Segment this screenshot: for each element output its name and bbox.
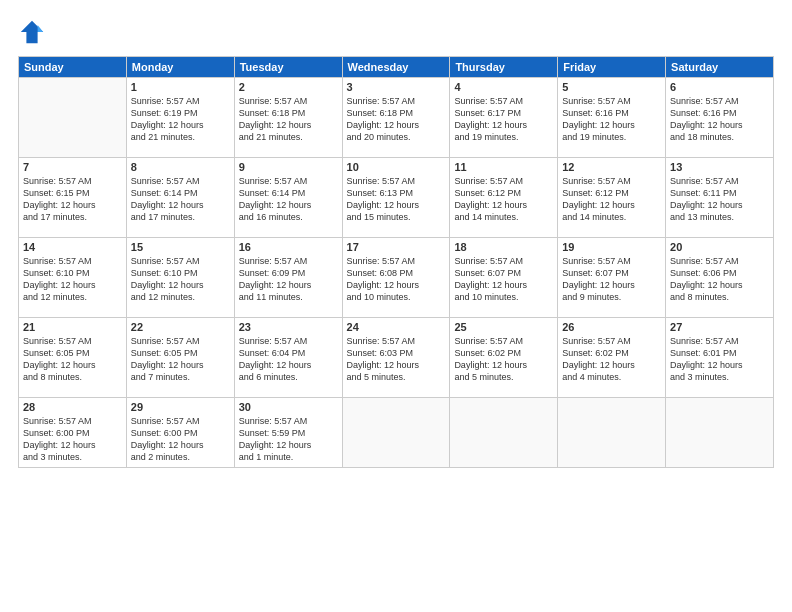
calendar-week-row: 28Sunrise: 5:57 AM Sunset: 6:00 PM Dayli… — [19, 398, 774, 468]
calendar-cell: 16Sunrise: 5:57 AM Sunset: 6:09 PM Dayli… — [234, 238, 342, 318]
calendar-cell: 5Sunrise: 5:57 AM Sunset: 6:16 PM Daylig… — [558, 78, 666, 158]
cell-info: Sunrise: 5:57 AM Sunset: 6:11 PM Dayligh… — [670, 175, 769, 224]
calendar-table: SundayMondayTuesdayWednesdayThursdayFrid… — [18, 56, 774, 468]
cell-info: Sunrise: 5:57 AM Sunset: 6:06 PM Dayligh… — [670, 255, 769, 304]
cell-info: Sunrise: 5:57 AM Sunset: 6:16 PM Dayligh… — [670, 95, 769, 144]
calendar-cell: 18Sunrise: 5:57 AM Sunset: 6:07 PM Dayli… — [450, 238, 558, 318]
calendar-cell: 9Sunrise: 5:57 AM Sunset: 6:14 PM Daylig… — [234, 158, 342, 238]
calendar-cell: 23Sunrise: 5:57 AM Sunset: 6:04 PM Dayli… — [234, 318, 342, 398]
day-number: 15 — [131, 241, 230, 253]
day-number: 27 — [670, 321, 769, 333]
cell-info: Sunrise: 5:57 AM Sunset: 6:02 PM Dayligh… — [454, 335, 553, 384]
cell-info: Sunrise: 5:57 AM Sunset: 6:18 PM Dayligh… — [239, 95, 338, 144]
cell-info: Sunrise: 5:57 AM Sunset: 6:05 PM Dayligh… — [131, 335, 230, 384]
cell-info: Sunrise: 5:57 AM Sunset: 6:02 PM Dayligh… — [562, 335, 661, 384]
cell-info: Sunrise: 5:57 AM Sunset: 6:05 PM Dayligh… — [23, 335, 122, 384]
cell-info: Sunrise: 5:57 AM Sunset: 6:07 PM Dayligh… — [454, 255, 553, 304]
col-header-monday: Monday — [126, 57, 234, 78]
day-number: 1 — [131, 81, 230, 93]
calendar-cell: 2Sunrise: 5:57 AM Sunset: 6:18 PM Daylig… — [234, 78, 342, 158]
calendar-cell: 17Sunrise: 5:57 AM Sunset: 6:08 PM Dayli… — [342, 238, 450, 318]
day-number: 22 — [131, 321, 230, 333]
day-number: 5 — [562, 81, 661, 93]
col-header-saturday: Saturday — [666, 57, 774, 78]
cell-info: Sunrise: 5:57 AM Sunset: 6:16 PM Dayligh… — [562, 95, 661, 144]
day-number: 3 — [347, 81, 446, 93]
page: SundayMondayTuesdayWednesdayThursdayFrid… — [0, 0, 792, 612]
day-number: 13 — [670, 161, 769, 173]
calendar-cell — [342, 398, 450, 468]
cell-info: Sunrise: 5:57 AM Sunset: 6:19 PM Dayligh… — [131, 95, 230, 144]
day-number: 14 — [23, 241, 122, 253]
svg-marker-1 — [38, 25, 44, 32]
day-number: 11 — [454, 161, 553, 173]
cell-info: Sunrise: 5:57 AM Sunset: 6:17 PM Dayligh… — [454, 95, 553, 144]
col-header-sunday: Sunday — [19, 57, 127, 78]
logo — [18, 18, 50, 46]
calendar-week-row: 21Sunrise: 5:57 AM Sunset: 6:05 PM Dayli… — [19, 318, 774, 398]
day-number: 18 — [454, 241, 553, 253]
calendar-cell: 10Sunrise: 5:57 AM Sunset: 6:13 PM Dayli… — [342, 158, 450, 238]
cell-info: Sunrise: 5:57 AM Sunset: 6:18 PM Dayligh… — [347, 95, 446, 144]
calendar-cell: 15Sunrise: 5:57 AM Sunset: 6:10 PM Dayli… — [126, 238, 234, 318]
day-number: 17 — [347, 241, 446, 253]
day-number: 7 — [23, 161, 122, 173]
cell-info: Sunrise: 5:57 AM Sunset: 6:12 PM Dayligh… — [454, 175, 553, 224]
col-header-wednesday: Wednesday — [342, 57, 450, 78]
day-number: 26 — [562, 321, 661, 333]
calendar-cell: 25Sunrise: 5:57 AM Sunset: 6:02 PM Dayli… — [450, 318, 558, 398]
calendar-cell — [558, 398, 666, 468]
calendar-cell: 29Sunrise: 5:57 AM Sunset: 6:00 PM Dayli… — [126, 398, 234, 468]
calendar-week-row: 7Sunrise: 5:57 AM Sunset: 6:15 PM Daylig… — [19, 158, 774, 238]
col-header-tuesday: Tuesday — [234, 57, 342, 78]
day-number: 2 — [239, 81, 338, 93]
cell-info: Sunrise: 5:57 AM Sunset: 6:03 PM Dayligh… — [347, 335, 446, 384]
day-number: 16 — [239, 241, 338, 253]
calendar-header-row: SundayMondayTuesdayWednesdayThursdayFrid… — [19, 57, 774, 78]
calendar-cell: 24Sunrise: 5:57 AM Sunset: 6:03 PM Dayli… — [342, 318, 450, 398]
cell-info: Sunrise: 5:57 AM Sunset: 6:14 PM Dayligh… — [239, 175, 338, 224]
calendar-cell: 14Sunrise: 5:57 AM Sunset: 6:10 PM Dayli… — [19, 238, 127, 318]
calendar-cell: 1Sunrise: 5:57 AM Sunset: 6:19 PM Daylig… — [126, 78, 234, 158]
cell-info: Sunrise: 5:57 AM Sunset: 6:10 PM Dayligh… — [23, 255, 122, 304]
calendar-cell: 22Sunrise: 5:57 AM Sunset: 6:05 PM Dayli… — [126, 318, 234, 398]
calendar-cell — [450, 398, 558, 468]
day-number: 9 — [239, 161, 338, 173]
cell-info: Sunrise: 5:57 AM Sunset: 6:14 PM Dayligh… — [131, 175, 230, 224]
calendar-cell: 7Sunrise: 5:57 AM Sunset: 6:15 PM Daylig… — [19, 158, 127, 238]
calendar-cell: 21Sunrise: 5:57 AM Sunset: 6:05 PM Dayli… — [19, 318, 127, 398]
day-number: 28 — [23, 401, 122, 413]
calendar-cell — [19, 78, 127, 158]
day-number: 29 — [131, 401, 230, 413]
calendar-week-row: 14Sunrise: 5:57 AM Sunset: 6:10 PM Dayli… — [19, 238, 774, 318]
cell-info: Sunrise: 5:57 AM Sunset: 6:07 PM Dayligh… — [562, 255, 661, 304]
calendar-cell: 12Sunrise: 5:57 AM Sunset: 6:12 PM Dayli… — [558, 158, 666, 238]
calendar-cell: 8Sunrise: 5:57 AM Sunset: 6:14 PM Daylig… — [126, 158, 234, 238]
day-number: 10 — [347, 161, 446, 173]
calendar-cell: 6Sunrise: 5:57 AM Sunset: 6:16 PM Daylig… — [666, 78, 774, 158]
cell-info: Sunrise: 5:57 AM Sunset: 6:15 PM Dayligh… — [23, 175, 122, 224]
calendar-cell: 26Sunrise: 5:57 AM Sunset: 6:02 PM Dayli… — [558, 318, 666, 398]
day-number: 19 — [562, 241, 661, 253]
col-header-thursday: Thursday — [450, 57, 558, 78]
cell-info: Sunrise: 5:57 AM Sunset: 6:08 PM Dayligh… — [347, 255, 446, 304]
cell-info: Sunrise: 5:57 AM Sunset: 6:00 PM Dayligh… — [23, 415, 122, 464]
calendar-cell: 13Sunrise: 5:57 AM Sunset: 6:11 PM Dayli… — [666, 158, 774, 238]
day-number: 6 — [670, 81, 769, 93]
header — [18, 18, 774, 46]
day-number: 24 — [347, 321, 446, 333]
day-number: 30 — [239, 401, 338, 413]
calendar-cell: 19Sunrise: 5:57 AM Sunset: 6:07 PM Dayli… — [558, 238, 666, 318]
calendar-cell: 4Sunrise: 5:57 AM Sunset: 6:17 PM Daylig… — [450, 78, 558, 158]
col-header-friday: Friday — [558, 57, 666, 78]
calendar-week-row: 1Sunrise: 5:57 AM Sunset: 6:19 PM Daylig… — [19, 78, 774, 158]
cell-info: Sunrise: 5:57 AM Sunset: 6:10 PM Dayligh… — [131, 255, 230, 304]
calendar-cell: 30Sunrise: 5:57 AM Sunset: 5:59 PM Dayli… — [234, 398, 342, 468]
day-number: 21 — [23, 321, 122, 333]
day-number: 20 — [670, 241, 769, 253]
cell-info: Sunrise: 5:57 AM Sunset: 6:12 PM Dayligh… — [562, 175, 661, 224]
day-number: 12 — [562, 161, 661, 173]
day-number: 8 — [131, 161, 230, 173]
calendar-cell: 3Sunrise: 5:57 AM Sunset: 6:18 PM Daylig… — [342, 78, 450, 158]
day-number: 23 — [239, 321, 338, 333]
